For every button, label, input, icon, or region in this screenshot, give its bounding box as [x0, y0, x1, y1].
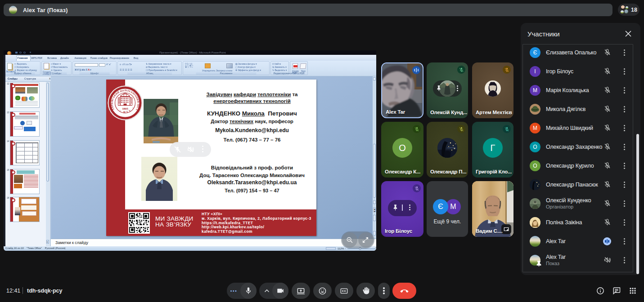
- svg-text:1805: 1805: [122, 107, 128, 110]
